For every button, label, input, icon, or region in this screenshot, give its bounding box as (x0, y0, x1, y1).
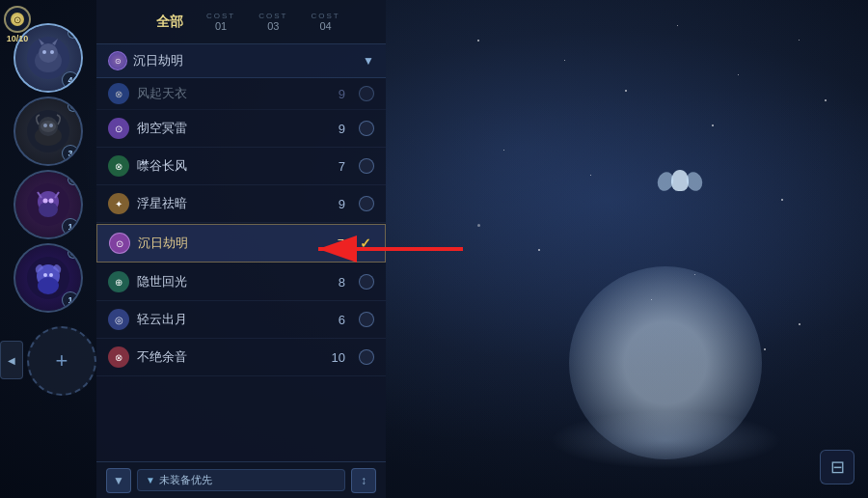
character-slot-3[interactable]: 1 (14, 170, 83, 239)
tab-cost4-label: COST (311, 12, 339, 20)
item-3-radio[interactable] (358, 235, 373, 251)
tab-all[interactable]: 全部 (150, 12, 189, 33)
sort-dropdown-arrow: ▼ (146, 475, 155, 485)
tab-cost1-num: 01 (215, 20, 227, 32)
list-item-partial[interactable]: ⊗ 风起天衣 9 (96, 78, 386, 110)
dropdown-selector[interactable]: ⊙ 沉日劫明 ▼ (96, 44, 386, 78)
item-4-cost: 8 (339, 275, 345, 290)
skill-list: ⊗ 风起天衣 9 ⊙ 彻空冥雷 9 ⊗ 噤谷长风 7 ✦ 浮星祛暗 9 (96, 78, 386, 461)
list-item-5[interactable]: ◎ 轻云出月 6 (96, 301, 386, 339)
item-partial-cost: 9 (339, 87, 345, 101)
item-partial-icon: ⊗ (108, 83, 129, 104)
settings-icon: ⊟ (830, 456, 845, 478)
fairy-character (661, 170, 699, 218)
svg-point-17 (49, 199, 54, 204)
add-icon: + (56, 350, 68, 372)
tab-cost3-label: COST (258, 12, 287, 20)
char-cost-3: 1 (62, 218, 79, 235)
dropdown-icon: ⊙ (108, 51, 127, 70)
item-4-name: 隐世回光 (137, 273, 331, 290)
tab-cost1[interactable]: COST 01 (201, 10, 241, 34)
char-cost-4: 1 (62, 291, 79, 309)
list-item-1[interactable]: ⊗ 噤谷长风 7 (96, 148, 386, 185)
sort-icon: ↕ (361, 474, 366, 487)
item-4-radio[interactable] (359, 274, 374, 290)
dropdown-arrow-icon: ▼ (363, 54, 374, 68)
sort-dropdown[interactable]: ▼ 未装备优先 (137, 469, 345, 491)
tabs-bar: 全部 COST 01 COST 03 COST 04 (96, 0, 386, 44)
char-dot-1 (68, 27, 79, 39)
svg-point-11 (43, 124, 47, 127)
tab-cost4[interactable]: COST 04 (305, 10, 345, 34)
add-character-button[interactable]: + (27, 326, 96, 396)
arrow-left-button[interactable]: ◀ (0, 341, 23, 379)
item-4-icon: ⊕ (108, 271, 129, 292)
list-item-3[interactable]: ⊙ 沉日劫明 7 (96, 224, 386, 263)
cost-indicator: 10/10 (4, 6, 31, 43)
cost-icon (4, 6, 31, 33)
item-2-name: 浮星祛暗 (137, 195, 331, 212)
item-5-icon: ◎ (108, 309, 129, 330)
bottom-bar: ▼ ▼ 未装备优先 ↕ (96, 461, 386, 498)
item-3-name: 沉日劫明 (138, 235, 330, 252)
item-5-cost: 6 (339, 313, 345, 327)
item-2-icon: ✦ (108, 193, 129, 214)
char-dot-3 (68, 174, 79, 185)
list-item-0[interactable]: ⊙ 彻空冥雷 9 (96, 110, 386, 148)
list-item-6[interactable]: ⊗ 不绝余音 10 (96, 339, 386, 376)
tab-cost1-label: COST (206, 12, 235, 20)
item-6-icon: ⊗ (108, 346, 129, 368)
svg-point-6 (50, 50, 54, 54)
list-item-2[interactable]: ✦ 浮星祛暗 9 (96, 185, 386, 223)
item-1-icon: ⊗ (108, 155, 129, 177)
svg-point-20 (38, 277, 59, 294)
char-dot-2 (68, 100, 79, 112)
item-3-icon: ⊙ (109, 233, 130, 254)
char-dot-4 (68, 247, 79, 259)
cost-value: 10/10 (7, 34, 29, 43)
svg-point-22 (49, 273, 53, 277)
character-slot-2[interactable]: 3 (14, 97, 83, 166)
item-partial-radio[interactable] (359, 86, 374, 101)
item-5-radio[interactable] (359, 312, 374, 327)
item-partial-name: 风起天衣 (137, 85, 331, 102)
item-0-name: 彻空冥雷 (137, 120, 331, 137)
item-1-name: 噤谷长风 (137, 157, 331, 175)
item-0-icon: ⊙ (108, 118, 129, 139)
svg-point-10 (41, 121, 56, 132)
character-slots-panel: 4 3 (0, 0, 96, 498)
svg-point-12 (49, 124, 53, 127)
svg-point-21 (43, 273, 47, 277)
settings-button[interactable]: ⊟ (820, 450, 854, 484)
item-2-radio[interactable] (359, 196, 374, 211)
item-6-name: 不绝余音 (137, 348, 324, 366)
main-panel: 全部 COST 01 COST 03 COST 04 ⊙ 沉日劫明 ▼ ⊗ 风起… (96, 0, 386, 498)
svg-point-5 (42, 50, 46, 54)
item-0-radio[interactable] (359, 121, 374, 136)
filter-icon: ▼ (113, 474, 124, 487)
tab-cost3[interactable]: COST 03 (253, 10, 293, 34)
svg-point-15 (39, 202, 58, 217)
item-0-cost: 9 (339, 122, 345, 136)
sort-label: 未装备优先 (159, 473, 337, 487)
tab-cost3-num: 03 (267, 20, 279, 32)
list-item-4[interactable]: ⊕ 隐世回光 8 (96, 263, 386, 301)
item-3-cost: 7 (338, 236, 344, 251)
item-1-radio[interactable] (359, 158, 374, 174)
filter-button[interactable]: ▼ (106, 468, 131, 493)
char-cost-2: 3 (62, 145, 79, 162)
item-5-name: 轻云出月 (137, 311, 331, 328)
tab-all-label: 全部 (156, 14, 183, 31)
tab-cost4-num: 04 (319, 20, 331, 32)
svg-point-16 (43, 199, 48, 204)
item-1-cost: 7 (339, 159, 345, 174)
creature-decoration (521, 151, 810, 459)
item-6-cost: 10 (332, 350, 345, 365)
item-2-cost: 9 (339, 197, 345, 211)
sort-button[interactable]: ↕ (351, 468, 376, 493)
svg-point-2 (39, 43, 58, 63)
char-cost-1: 4 (62, 71, 79, 89)
item-6-radio[interactable] (359, 349, 374, 365)
character-slot-4[interactable]: 1 (14, 243, 83, 313)
dropdown-text: 沉日劫明 (133, 52, 357, 69)
